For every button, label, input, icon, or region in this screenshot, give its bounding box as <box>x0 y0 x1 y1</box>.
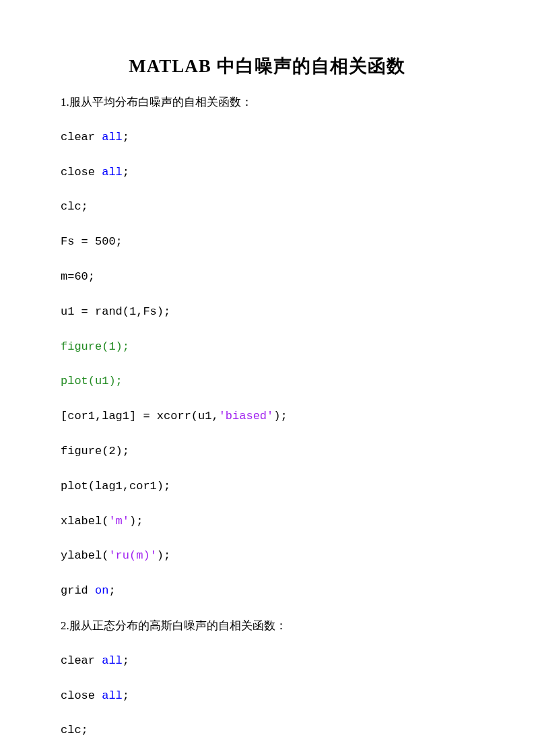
code-token: 'm' <box>108 515 129 528</box>
code-line: u1 = rand(1,Fs); <box>61 304 473 320</box>
document-body: 1.服从平均分布白噪声的自相关函数：clear all;close all;cl… <box>61 94 473 756</box>
code-token: plot(u1); <box>61 375 123 387</box>
code-token: 2.服从正态分布的高斯白噪声的自相关函数： <box>61 619 287 632</box>
code-line: m=60; <box>61 269 473 285</box>
code-line: grid on; <box>61 583 473 599</box>
code-token: on <box>95 584 108 597</box>
code-token: ); <box>129 515 143 528</box>
code-line: clear all; <box>61 129 473 146</box>
code-line: Fs = 500; <box>61 234 473 250</box>
code-token: clc; <box>61 724 88 736</box>
code-token: Fs = 500; <box>61 235 123 248</box>
section-heading: 1.服从平均分布白噪声的自相关函数： <box>61 94 473 111</box>
code-token: [cor1,lag1] = xcorr(u1, <box>61 410 219 422</box>
code-token: ylabel( <box>61 549 108 562</box>
code-token: grid <box>61 584 95 597</box>
code-token: clear <box>61 131 102 144</box>
code-token: plot(lag1,cor1); <box>61 480 170 493</box>
code-token: u1 = rand(1,Fs); <box>61 305 170 318</box>
code-token: xlabel( <box>61 515 108 528</box>
code-token: all <box>102 654 123 667</box>
code-line: clear all; <box>61 653 473 669</box>
code-line: [cor1,lag1] = xcorr(u1,'biased'); <box>61 408 473 424</box>
section-heading: 2.服从正态分布的高斯白噪声的自相关函数： <box>61 618 473 634</box>
code-line: close all; <box>61 164 473 181</box>
code-token: all <box>102 689 123 702</box>
code-token: close <box>61 166 102 179</box>
code-token: 'ru(m)' <box>108 549 156 562</box>
code-token: figure(2); <box>61 445 129 458</box>
code-token: close <box>61 689 102 702</box>
code-line: ylabel('ru(m)'); <box>61 548 473 564</box>
code-token: all <box>102 131 123 144</box>
code-line: clc; <box>61 199 473 215</box>
code-token: ); <box>273 410 287 422</box>
code-token: m=60; <box>61 270 95 283</box>
code-line: plot(lag1,cor1); <box>61 478 473 495</box>
code-token: ; <box>123 689 129 702</box>
code-token: figure(1); <box>61 340 129 353</box>
code-line: xlabel('m'); <box>61 513 473 530</box>
code-token: all <box>102 166 123 179</box>
document-title: MATLAB 中白噪声的自相关函数 <box>61 54 473 78</box>
code-token: ; <box>123 654 129 667</box>
code-token: clc; <box>61 200 88 213</box>
code-line: close all; <box>61 688 473 704</box>
code-token: ); <box>157 549 170 562</box>
code-token: 'biased' <box>219 410 274 422</box>
code-token: clear <box>61 654 102 667</box>
code-token: ; <box>123 166 129 179</box>
code-line: figure(2); <box>61 443 473 460</box>
code-line: plot(u1); <box>61 373 473 389</box>
code-token: ; <box>123 131 129 144</box>
code-token: 1.服从平均分布白噪声的自相关函数： <box>61 96 253 108</box>
code-token: ; <box>108 584 115 597</box>
code-line: figure(1); <box>61 339 473 355</box>
code-line: clc; <box>61 722 473 738</box>
